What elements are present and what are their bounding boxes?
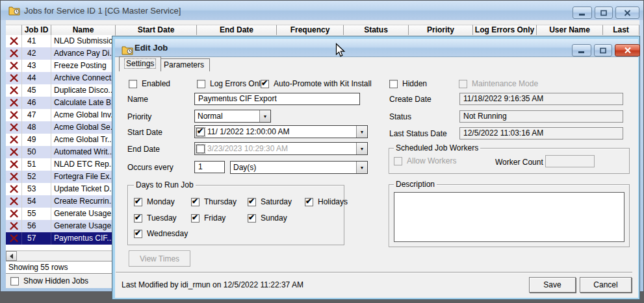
job-id-cell: 54 xyxy=(22,195,51,208)
days-to-run-title: Days to Run Job xyxy=(134,180,196,189)
occurs-unit-select[interactable]: Day(s) xyxy=(230,161,368,174)
day-checkbox-row: Wednesday xyxy=(134,229,188,238)
column-header[interactable]: Start Date xyxy=(116,25,197,36)
delete-job-icon[interactable] xyxy=(6,60,22,72)
day-checkbox[interactable] xyxy=(248,214,256,223)
job-id-cell: 45 xyxy=(22,84,51,97)
day-checkbox[interactable] xyxy=(191,214,200,223)
priority-select[interactable]: Normal xyxy=(194,110,271,123)
hidden-checkbox[interactable] xyxy=(389,80,398,88)
column-header[interactable]: User Name xyxy=(537,25,603,36)
scroll-left-arrow-icon[interactable] xyxy=(6,251,17,261)
show-hidden-jobs-label: Show Hidden Jobs xyxy=(23,276,88,285)
show-hidden-jobs-checkbox[interactable] xyxy=(10,277,19,285)
description-textarea[interactable] xyxy=(394,192,625,242)
day-checkbox-row: Saturday xyxy=(248,197,292,206)
chevron-down-icon[interactable] xyxy=(259,110,270,122)
day-checkbox-row: Tuesday xyxy=(134,213,177,223)
chevron-down-icon[interactable] xyxy=(356,126,367,138)
day-checkbox[interactable] xyxy=(305,198,313,206)
maintenance-mode-label: Maintenance Mode xyxy=(472,79,538,88)
job-name-cell: Generate Usage... xyxy=(51,208,116,220)
start-date-picker[interactable]: 11/ 1/2022 12:00:00 AM xyxy=(194,125,368,138)
job-id-cell: 49 xyxy=(22,134,51,146)
occurs-every-input[interactable]: 1 xyxy=(194,161,225,173)
job-name-cell: Freeze Posting xyxy=(51,60,116,72)
day-checkbox[interactable] xyxy=(134,214,142,223)
maximize-icon[interactable] xyxy=(595,6,613,19)
maximize-icon[interactable] xyxy=(594,44,612,56)
delete-job-icon[interactable] xyxy=(6,84,22,97)
column-header[interactable]: Job ID xyxy=(22,25,51,36)
job-id-cell: 48 xyxy=(22,121,51,134)
last-status-date-value: 12/5/2022 11:03:16 AM xyxy=(459,127,623,139)
minimize-icon[interactable] xyxy=(572,44,591,56)
jobs-window-titlebar[interactable]: Jobs for Service ID 1 [CG Master Service… xyxy=(1,1,643,20)
tab-settings[interactable]: Settings xyxy=(119,56,161,71)
job-name-cell: Automated Writ... xyxy=(51,146,116,158)
end-date-checkbox[interactable] xyxy=(196,145,205,153)
column-header[interactable]: Log Errors Only xyxy=(473,25,537,36)
day-label: Sunday xyxy=(261,213,287,223)
delete-job-icon[interactable] xyxy=(6,121,22,134)
job-id-cell: 42 xyxy=(22,47,51,60)
job-id-cell: 53 xyxy=(22,183,51,195)
column-header[interactable]: Status xyxy=(344,25,409,36)
delete-job-icon[interactable] xyxy=(6,195,22,208)
column-header[interactable]: Frequency xyxy=(277,25,344,36)
occurs-every-label: Occurs every xyxy=(127,163,174,172)
day-checkbox[interactable] xyxy=(248,198,256,206)
column-header[interactable] xyxy=(6,25,22,36)
job-id-cell: 51 xyxy=(22,158,51,171)
footer-divider xyxy=(116,272,632,273)
start-date-label: Start Date xyxy=(127,128,162,137)
priority-label: Priority xyxy=(127,112,151,121)
maintenance-mode-checkbox xyxy=(459,80,467,88)
close-icon[interactable] xyxy=(615,6,639,19)
chevron-down-icon[interactable] xyxy=(356,162,367,173)
save-button[interactable]: Save xyxy=(529,277,576,293)
day-checkbox-row: Monday xyxy=(134,197,175,206)
tab-parameters[interactable]: Parameters xyxy=(158,58,210,71)
day-label: Monday xyxy=(147,197,175,206)
column-header[interactable]: Last xyxy=(603,25,639,36)
name-input[interactable]: Paymentus CIF Export xyxy=(194,93,360,105)
job-name-cell: Acme Global Tr... xyxy=(51,134,116,146)
delete-job-icon[interactable] xyxy=(6,146,22,158)
delete-job-icon[interactable] xyxy=(6,72,22,84)
delete-job-icon[interactable] xyxy=(6,97,22,109)
column-header[interactable]: End Date xyxy=(197,25,277,36)
chevron-down-icon[interactable] xyxy=(356,143,367,154)
enabled-checkbox[interactable] xyxy=(129,80,137,88)
close-icon[interactable] xyxy=(615,44,640,56)
column-header[interactable]: Name xyxy=(51,25,116,36)
create-date-label: Create Date xyxy=(389,95,431,104)
auto-promote-checkbox[interactable] xyxy=(261,80,269,88)
minimize-icon[interactable] xyxy=(573,6,592,19)
delete-job-icon[interactable] xyxy=(6,208,22,220)
day-checkbox[interactable] xyxy=(134,198,142,206)
delete-job-icon[interactable] xyxy=(6,134,22,146)
delete-job-icon[interactable] xyxy=(6,35,22,47)
delete-job-icon[interactable] xyxy=(6,232,22,245)
job-name-cell: NLAD ETC Rep... xyxy=(51,158,116,171)
end-date-picker[interactable]: 3/23/2023 10:29:30 AM xyxy=(194,142,368,155)
job-name-cell: Generate Usage... xyxy=(51,220,116,232)
delete-job-icon[interactable] xyxy=(6,47,22,60)
delete-job-icon[interactable] xyxy=(6,171,22,183)
cancel-button[interactable]: Cancel xyxy=(580,277,632,293)
log-errors-only-checkbox[interactable] xyxy=(197,80,205,88)
day-checkbox[interactable] xyxy=(134,230,142,238)
hidden-checkbox-row: Hidden xyxy=(389,79,427,88)
status-label: Status xyxy=(389,112,411,121)
day-checkbox-row: Friday xyxy=(191,213,225,223)
day-checkbox[interactable] xyxy=(191,198,200,206)
delete-job-icon[interactable] xyxy=(6,183,22,195)
edit-job-titlebar[interactable]: Edit Job xyxy=(115,39,638,56)
delete-job-icon[interactable] xyxy=(6,158,22,171)
job-id-cell: 50 xyxy=(22,146,51,158)
delete-job-icon[interactable] xyxy=(6,109,22,121)
delete-job-icon[interactable] xyxy=(6,220,22,232)
column-header[interactable]: Priority xyxy=(409,25,473,36)
start-date-checkbox[interactable] xyxy=(196,128,205,136)
